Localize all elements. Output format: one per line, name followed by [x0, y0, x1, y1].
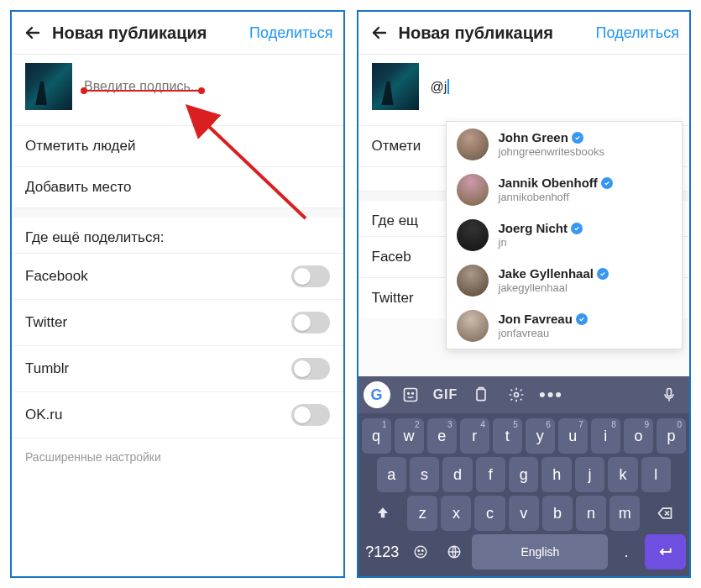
suggestion-name: Jake Gyllenhaal [499, 266, 594, 281]
mic-icon[interactable] [654, 381, 684, 408]
svg-point-9 [422, 550, 424, 552]
back-arrow-icon[interactable] [369, 22, 390, 44]
more-icon[interactable]: ••• [536, 381, 567, 408]
header: Новая публикация Поделиться [358, 12, 690, 55]
text-cursor-icon [447, 79, 449, 94]
key-e[interactable]: e3 [427, 418, 457, 454]
key-r[interactable]: r4 [460, 418, 489, 454]
page-title: Новая публикация [52, 24, 249, 43]
key-n[interactable]: n [576, 496, 606, 531]
page-title: Новая публикация [399, 24, 596, 43]
key-o[interactable]: o9 [624, 418, 653, 454]
network-label: OK.ru [25, 407, 62, 423]
share-button[interactable]: Поделиться [596, 24, 679, 42]
key-s[interactable]: s [410, 457, 439, 492]
avatar [457, 265, 489, 297]
shift-key[interactable] [362, 496, 405, 531]
suggestion-name: Joerg Nicht [499, 221, 568, 236]
facebook-toggle[interactable] [291, 265, 330, 287]
suggestion-item[interactable]: Jannik Obenhoff jannikobenhoff [447, 167, 683, 213]
network-label: Tumblr [25, 360, 69, 377]
suggestion-item[interactable]: Jon Favreau jonfavreau [447, 303, 683, 349]
post-thumbnail[interactable] [372, 63, 419, 110]
tumblr-toggle[interactable] [291, 358, 330, 380]
globe-key[interactable] [439, 534, 468, 570]
phone-left: Новая публикация Поделиться Отметить люд… [10, 10, 345, 578]
header: Новая публикация Поделиться [12, 12, 343, 55]
key-u[interactable]: u7 [558, 418, 588, 454]
caption-area: @j [358, 55, 690, 125]
key-w[interactable]: w2 [395, 418, 424, 454]
caption-input[interactable] [84, 79, 330, 94]
tag-people-row[interactable]: Отметить людей [12, 125, 343, 166]
google-icon[interactable]: G [364, 381, 390, 408]
key-v[interactable]: v [509, 496, 539, 531]
verified-icon [572, 132, 583, 144]
verified-icon [571, 223, 583, 234]
share-tumblr-row: Tumblr [12, 345, 343, 391]
key-g[interactable]: g [509, 457, 538, 492]
add-place-row[interactable]: Добавить место [12, 166, 343, 207]
backspace-key[interactable] [643, 496, 686, 531]
period-key[interactable]: . [611, 534, 641, 570]
svg-point-7 [416, 546, 427, 558]
svg-rect-6 [667, 389, 672, 396]
back-arrow-icon[interactable] [22, 22, 44, 44]
add-place-label: Добавить место [25, 179, 132, 196]
space-key[interactable]: English [472, 534, 608, 570]
suggestion-username: jannikobenhoff [499, 191, 613, 204]
on-screen-keyboard: G GIF ••• q1w2e3r4t5y6u7i8o9p0 asdfghjkl… [358, 376, 690, 576]
verified-icon [601, 177, 613, 189]
mode-key[interactable]: ?123 [362, 534, 403, 570]
key-l[interactable]: l [641, 457, 671, 492]
key-p[interactable]: p0 [657, 418, 686, 454]
tag-people-label: Отметить людей [25, 138, 135, 155]
avatar [457, 310, 489, 342]
enter-key[interactable] [645, 534, 686, 570]
share-facebook-row: Facebook [12, 253, 343, 299]
suggestion-username: jn [499, 236, 583, 249]
sticker-icon[interactable] [395, 381, 426, 408]
clipboard-icon[interactable] [466, 381, 496, 408]
key-d[interactable]: d [442, 457, 472, 492]
key-m[interactable]: m [609, 496, 640, 531]
key-j[interactable]: j [575, 457, 604, 492]
share-button[interactable]: Поделиться [249, 24, 332, 42]
svg-point-8 [418, 550, 420, 552]
avatar [457, 174, 489, 206]
key-a[interactable]: a [377, 457, 406, 492]
key-h[interactable]: h [541, 457, 571, 492]
share-twitter-row: Twitter [12, 299, 343, 345]
suggestion-item[interactable]: Joerg Nicht jn [447, 213, 683, 258]
svg-point-2 [407, 393, 409, 395]
key-c[interactable]: c [474, 496, 505, 531]
phone-right: Новая публикация Поделиться @j Отмети Гд… [357, 10, 692, 578]
gear-icon[interactable] [501, 381, 531, 408]
key-f[interactable]: f [476, 457, 505, 492]
svg-rect-1 [404, 389, 416, 402]
emoji-key[interactable] [406, 534, 436, 570]
key-z[interactable]: z [407, 496, 437, 531]
suggestion-item[interactable]: Jake Gyllenhaal jakegyllenhaal [447, 258, 683, 303]
key-x[interactable]: x [441, 496, 471, 531]
suggestion-item[interactable]: John Green johngreenwritesbooks [447, 122, 683, 167]
where-else-title: Где ещё поделиться: [12, 218, 343, 253]
gif-button[interactable]: GIF [431, 381, 461, 408]
key-k[interactable]: k [608, 457, 637, 492]
blank-area [12, 475, 343, 576]
key-q[interactable]: q1 [362, 418, 391, 454]
okru-toggle[interactable] [291, 404, 330, 426]
caption-input[interactable]: @j [431, 79, 677, 95]
svg-point-3 [411, 393, 413, 395]
key-b[interactable]: b [542, 496, 573, 531]
avatar [457, 219, 489, 251]
key-t[interactable]: t5 [493, 418, 522, 454]
key-i[interactable]: i8 [591, 418, 620, 454]
twitter-toggle[interactable] [291, 312, 330, 333]
suggestion-name: Jon Favreau [499, 312, 573, 327]
section-spacer [12, 207, 343, 218]
post-thumbnail[interactable] [25, 63, 72, 110]
suggestion-username: jakegyllenhaal [499, 281, 609, 295]
key-y[interactable]: y6 [526, 418, 555, 454]
advanced-settings-row[interactable]: Расширенные настройки [12, 438, 343, 475]
